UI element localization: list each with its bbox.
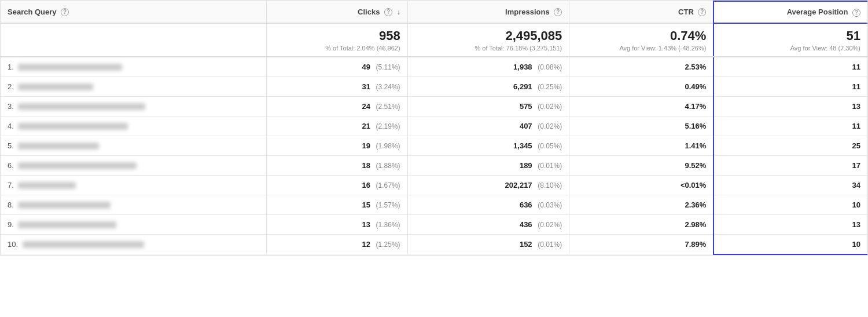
row-avg-pos-cell: 13: [713, 214, 867, 234]
row-impressions-cell: 202,217 (8.10%): [407, 175, 569, 195]
table-row: 7. 16 (1.67%) 202,217 (8.10%) <0.01%34: [1, 175, 867, 195]
query-blurred-text: [18, 103, 145, 110]
clicks-label: Clicks: [358, 8, 380, 16]
ctr-value: 4.17%: [685, 102, 707, 111]
row-query-cell: 6.: [1, 155, 267, 175]
summary-avg-pos-sub: Avg for View: 48 (7.30%): [721, 45, 860, 52]
avg-pos-value: 10: [852, 201, 860, 209]
table-row: 4. 21 (2.19%) 407 (0.02%) 5.16%11: [1, 116, 867, 136]
header-ctr[interactable]: CTR ?: [569, 1, 714, 23]
row-impressions-cell: 436 (0.02%): [407, 214, 569, 234]
row-number: 6.: [8, 161, 14, 170]
row-clicks-cell: 18 (1.88%): [267, 155, 408, 175]
clicks-value: 15: [362, 201, 370, 209]
table-row: 3. 24 (2.51%) 575 (0.02%) 4.17%13: [1, 96, 867, 116]
ctr-value: 5.16%: [685, 122, 707, 130]
clicks-value: 49: [362, 63, 370, 71]
summary-clicks-main: 958: [274, 28, 400, 43]
row-clicks-cell: 16 (1.67%): [267, 175, 408, 195]
clicks-pct: (1.57%): [376, 201, 400, 209]
query-blurred-text: [18, 64, 122, 71]
row-query-cell: 8.: [1, 195, 267, 214]
table-row: 1. 49 (5.11%) 1,938 (0.08%) 2.53%11: [1, 57, 867, 77]
row-ctr-cell: 7.89%: [569, 234, 714, 254]
impressions-pct: (0.02%): [538, 122, 562, 130]
query-blurred-text: [18, 162, 137, 169]
avg-pos-value: 25: [852, 141, 860, 150]
avg-pos-value: 13: [852, 220, 860, 229]
summary-impressions-sub: % of Total: 76.18% (3,275,151): [415, 45, 562, 52]
row-number: 2.: [8, 82, 14, 91]
sort-arrow-icon: ↓: [397, 8, 400, 16]
row-query-cell: 7.: [1, 175, 267, 195]
row-impressions-cell: 1,345 (0.05%): [407, 136, 569, 155]
clicks-pct: (2.19%): [376, 122, 400, 130]
search-query-help-icon[interactable]: ?: [61, 8, 69, 16]
row-query-cell: 9.: [1, 214, 267, 234]
ctr-value: 0.49%: [685, 82, 707, 91]
impressions-value: 575: [520, 102, 532, 111]
ctr-value: <0.01%: [681, 181, 706, 190]
summary-avg-pos-main: 51: [721, 28, 860, 43]
impressions-value: 1,345: [513, 141, 532, 150]
impressions-pct: (0.03%): [538, 201, 562, 209]
row-clicks-cell: 15 (1.57%): [267, 195, 408, 214]
row-number: 9.: [8, 220, 14, 229]
impressions-pct: (0.05%): [538, 142, 562, 150]
avg-pos-help-icon[interactable]: ?: [852, 9, 860, 17]
clicks-pct: (3.24%): [376, 83, 400, 91]
clicks-pct: (1.88%): [376, 162, 400, 170]
row-avg-pos-cell: 10: [713, 195, 867, 214]
table-row: 6. 18 (1.88%) 189 (0.01%) 9.52%17: [1, 155, 867, 175]
row-clicks-cell: 13 (1.36%): [267, 214, 408, 234]
clicks-value: 19: [362, 141, 370, 150]
row-number: 8.: [8, 201, 14, 209]
row-ctr-cell: 0.49%: [569, 76, 714, 96]
row-clicks-cell: 49 (5.11%): [267, 57, 408, 77]
row-impressions-cell: 6,291 (0.25%): [407, 76, 569, 96]
table-row: 9. 13 (1.36%) 436 (0.02%) 2.98%13: [1, 214, 867, 234]
row-impressions-cell: 636 (0.03%): [407, 195, 569, 214]
table-row: 2. 31 (3.24%) 6,291 (0.25%) 0.49%11: [1, 76, 867, 96]
row-impressions-cell: 407 (0.02%): [407, 116, 569, 136]
header-search-query: Search Query ?: [1, 1, 267, 23]
summary-impressions-cell: 2,495,085 % of Total: 76.18% (3,275,151): [407, 23, 569, 57]
ctr-value: 2.53%: [685, 63, 707, 71]
impressions-pct: (0.02%): [538, 103, 562, 111]
row-clicks-cell: 12 (1.25%): [267, 234, 408, 254]
row-query-cell: 5.: [1, 136, 267, 155]
impressions-value: 436: [520, 220, 532, 229]
table-row: 10. 12 (1.25%) 152 (0.01%) 7.89%10: [1, 234, 867, 254]
summary-impressions-main: 2,495,085: [415, 28, 562, 43]
header-avg-pos[interactable]: Average Position ?: [713, 1, 867, 23]
summary-ctr-sub: Avg for View: 1.43% (-48.26%): [576, 45, 706, 52]
query-blurred-text: [23, 241, 144, 248]
impressions-pct: (8.10%): [538, 181, 562, 190]
query-blurred-text: [18, 202, 111, 209]
main-table-container: Search Query ? Clicks ? ↓ Impressions ? …: [0, 0, 868, 256]
ctr-help-icon[interactable]: ?: [698, 8, 706, 16]
row-query-cell: 2.: [1, 76, 267, 96]
summary-row: 958 % of Total: 2.04% (46,962) 2,495,085…: [1, 23, 867, 57]
row-ctr-cell: <0.01%: [569, 175, 714, 195]
query-blurred-text: [18, 182, 76, 189]
impressions-help-icon[interactable]: ?: [554, 8, 562, 16]
row-avg-pos-cell: 25: [713, 136, 867, 155]
clicks-value: 24: [362, 102, 370, 111]
query-blurred-text: [18, 221, 116, 228]
clicks-help-icon[interactable]: ?: [384, 8, 392, 16]
summary-search-cell: [1, 23, 267, 57]
row-impressions-cell: 152 (0.01%): [407, 234, 569, 254]
table-row: 5. 19 (1.98%) 1,345 (0.05%) 1.41%25: [1, 136, 867, 155]
impressions-value: 407: [520, 122, 532, 130]
row-ctr-cell: 5.16%: [569, 116, 714, 136]
row-avg-pos-cell: 13: [713, 96, 867, 116]
avg-pos-value: 10: [852, 240, 860, 249]
summary-clicks-cell: 958 % of Total: 2.04% (46,962): [267, 23, 408, 57]
row-clicks-cell: 31 (3.24%): [267, 76, 408, 96]
header-impressions[interactable]: Impressions ?: [407, 1, 569, 23]
clicks-value: 12: [362, 240, 370, 249]
header-clicks[interactable]: Clicks ? ↓: [267, 1, 408, 23]
summary-avg-pos-cell: 51 Avg for View: 48 (7.30%): [713, 23, 867, 57]
row-number: 7.: [8, 181, 14, 190]
